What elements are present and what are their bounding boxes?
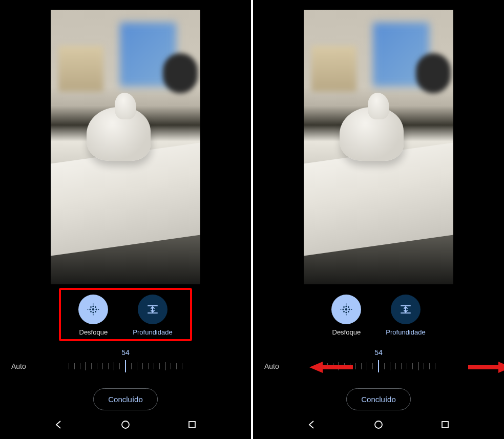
svg-point-12 bbox=[98, 309, 99, 310]
blur-label: Desfoque bbox=[332, 328, 361, 336]
photo-preview-area bbox=[0, 0, 251, 284]
depth-option[interactable]: Profundidade bbox=[133, 295, 172, 336]
phone-screenshot-right: Desfoque Profundidade 54 Auto bbox=[253, 0, 504, 439]
depth-icon bbox=[138, 295, 167, 324]
depth-option[interactable]: Profundidade bbox=[386, 295, 425, 336]
svg-point-28 bbox=[346, 315, 347, 316]
back-icon[interactable] bbox=[54, 420, 64, 432]
blur-icon bbox=[331, 295, 361, 324]
svg-point-26 bbox=[348, 311, 349, 312]
depth-icon bbox=[391, 295, 421, 324]
svg-point-0 bbox=[92, 308, 94, 310]
svg-point-1 bbox=[93, 305, 94, 307]
svg-point-27 bbox=[346, 304, 347, 305]
slider-value: 54 bbox=[374, 348, 383, 357]
svg-point-20 bbox=[346, 311, 347, 313]
slider-value: 54 bbox=[121, 348, 130, 357]
svg-point-7 bbox=[90, 311, 92, 312]
svg-point-25 bbox=[343, 311, 345, 312]
svg-point-23 bbox=[343, 306, 345, 308]
svg-point-22 bbox=[349, 308, 350, 310]
recents-icon[interactable] bbox=[187, 420, 197, 432]
auto-label[interactable]: Auto bbox=[264, 362, 279, 370]
slider-row[interactable]: Auto bbox=[253, 359, 504, 374]
phone-screenshot-left: Desfoque Profundidade 54 Auto bbox=[0, 0, 251, 439]
photo-preview[interactable] bbox=[304, 10, 453, 284]
svg-point-29 bbox=[341, 309, 342, 310]
svg-point-6 bbox=[95, 306, 96, 308]
svg-rect-17 bbox=[189, 422, 195, 428]
svg-point-3 bbox=[90, 308, 91, 310]
svg-point-21 bbox=[343, 308, 344, 310]
effect-options-row: Desfoque Profundidade bbox=[316, 288, 440, 340]
svg-rect-37 bbox=[442, 422, 448, 428]
back-icon[interactable] bbox=[307, 420, 317, 432]
svg-point-11 bbox=[88, 309, 89, 310]
blur-icon bbox=[78, 295, 108, 324]
recents-icon[interactable] bbox=[440, 420, 450, 432]
svg-point-24 bbox=[348, 306, 349, 308]
android-navbar bbox=[0, 412, 251, 439]
svg-point-10 bbox=[93, 315, 94, 316]
slider-section: 54 Auto bbox=[253, 348, 504, 374]
edit-controls: Desfoque Profundidade 54 Auto bbox=[0, 284, 251, 412]
depth-label: Profundidade bbox=[133, 328, 172, 336]
edit-controls: Desfoque Profundidade 54 Auto bbox=[253, 284, 504, 412]
depth-label: Profundidade bbox=[386, 328, 425, 336]
done-button[interactable]: Concluído bbox=[346, 388, 411, 410]
svg-point-18 bbox=[345, 308, 347, 310]
photo-preview-area bbox=[253, 0, 504, 284]
blur-option[interactable]: Desfoque bbox=[78, 295, 108, 336]
android-navbar bbox=[253, 412, 504, 439]
slider-ticks[interactable] bbox=[69, 359, 182, 374]
home-icon[interactable] bbox=[120, 420, 131, 432]
blur-option[interactable]: Desfoque bbox=[331, 295, 361, 336]
slider-row[interactable]: Auto bbox=[0, 359, 251, 374]
done-button[interactable]: Concluído bbox=[93, 388, 158, 410]
effect-options-row: Desfoque Profundidade bbox=[63, 288, 187, 340]
svg-point-16 bbox=[122, 421, 129, 428]
svg-point-8 bbox=[95, 311, 96, 312]
photo-preview[interactable] bbox=[51, 10, 200, 284]
svg-point-19 bbox=[346, 305, 347, 307]
svg-point-2 bbox=[93, 311, 94, 313]
svg-point-30 bbox=[351, 309, 352, 310]
svg-point-9 bbox=[93, 304, 94, 305]
svg-point-4 bbox=[96, 308, 97, 310]
svg-marker-35 bbox=[468, 362, 504, 373]
svg-point-36 bbox=[375, 421, 382, 428]
slider-section: 54 Auto bbox=[0, 348, 251, 374]
svg-point-5 bbox=[90, 306, 92, 308]
blur-label: Desfoque bbox=[79, 328, 108, 336]
svg-marker-34 bbox=[309, 362, 353, 373]
auto-label[interactable]: Auto bbox=[11, 362, 26, 370]
home-icon[interactable] bbox=[373, 420, 384, 432]
